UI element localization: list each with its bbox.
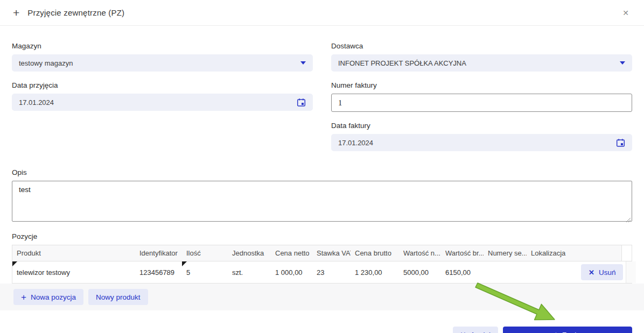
calendar-icon[interactable] [297,98,306,107]
dialog-header: + Przyjęcie zewnętrzne (PZ) ✕ [0,0,644,26]
data-faktury-input[interactable]: 17.01.2024 [331,134,632,151]
numer-faktury-label: Numer faktury [331,81,632,89]
save-label: Zapisz [562,331,584,333]
col-header-ilosc[interactable]: Ilość [182,245,228,261]
data-przyjecia-label: Data przyjęcia [12,81,313,89]
magazyn-field-group: Magazyn testowy magazyn [12,42,313,72]
check-icon: ✓ [551,331,557,333]
new-product-button[interactable]: Nowy produkt [88,289,148,305]
col-header-identyfikator[interactable]: Identyfikator [135,245,182,261]
col-header-cena-netto[interactable]: Cena netto [271,245,312,261]
form-right-column: Dostawca INFONET PROJEKT SPÓŁKA AKCYJNA … [331,42,632,161]
opis-field-group: Opis test [0,161,644,224]
cell-cena-brutto[interactable]: 1 230,00 [351,261,399,283]
pozycje-grid: Produkt Identyfikator Ilość Jednostka Ce… [12,245,632,284]
dialog-footer: ✕ Anuluj ✓ Zapisz [0,327,644,333]
col-header-numery-seryjne[interactable]: Numery se... [484,245,527,261]
data-faktury-value: 17.01.2024 [338,139,373,147]
cell-produkt[interactable]: telewizor testowy [12,261,135,283]
cell-numery-seryjne[interactable] [484,261,527,283]
magazyn-select[interactable]: testowy magazyn [12,54,313,72]
cell-ilosc[interactable]: 5 [182,261,228,283]
cell-edited-marker-icon [182,261,187,266]
close-icon[interactable]: ✕ [620,6,631,19]
delete-row-label: Usuń [599,268,616,277]
add-row-button[interactable]: + Nowa pozycja [13,289,83,305]
cell-identyfikator[interactable]: 123456789 [135,261,182,283]
magazyn-value: testowy magazyn [19,59,73,67]
scrollbar-gutter [621,245,632,261]
numer-faktury-field-group: Numer faktury [331,81,632,112]
plus-icon: + [21,293,26,302]
table-row: telewizor testowy 123456789 5 szt. 1 000… [12,261,632,283]
new-product-label: Nowy produkt [96,293,141,301]
form: Magazyn testowy magazyn Data przyjęcia 1… [0,26,644,161]
numer-faktury-input[interactable] [331,94,632,112]
plus-icon: + [13,7,19,18]
data-faktury-field-group: Data faktury 17.01.2024 [331,122,632,151]
opis-label: Opis [12,168,632,176]
cell-actions: ✕ Usuń [577,261,626,283]
data-przyjecia-field-group: Data przyjęcia 17.01.2024 [12,81,313,111]
form-left-column: Magazyn testowy magazyn Data przyjęcia 1… [12,42,313,161]
add-row-label: Nowa pozycja [31,293,76,301]
dialog-title: Przyjęcie zewnętrzne (PZ) [27,8,124,17]
cell-edited-marker-icon [12,261,17,266]
delete-row-button[interactable]: ✕ Usuń [581,264,623,280]
x-icon: ✕ [460,331,466,333]
cancel-button[interactable]: ✕ Anuluj [453,327,498,333]
col-header-wartosc-brutto[interactable]: Wartość br... [441,245,484,261]
cell-lokalizacja[interactable] [527,261,577,283]
col-header-produkt[interactable]: Produkt [12,245,135,261]
col-header-jednostka[interactable]: Jednostka [228,245,271,261]
col-header-stawka-vat[interactable]: Stawka VAT [312,245,351,261]
scrollbar-gutter [626,261,636,283]
pozycje-grid-header: Produkt Identyfikator Ilość Jednostka Ce… [12,245,632,261]
cell-jednostka[interactable]: szt. [228,261,271,283]
dostawca-field-group: Dostawca INFONET PROJEKT SPÓŁKA AKCYJNA [331,42,632,72]
col-header-lokalizacja[interactable]: Lokalizacja [527,245,577,261]
calendar-icon[interactable] [616,138,625,147]
cancel-label: Anuluj [470,331,491,333]
data-faktury-label: Data faktury [331,122,632,130]
cell-stawka-vat[interactable]: 23 [312,261,351,283]
pozycje-toolbar: + Nowa pozycja Nowy produkt [0,284,644,310]
x-icon: ✕ [589,269,594,276]
col-header-wartosc-netto[interactable]: Wartość n... [399,245,441,261]
save-button[interactable]: ✓ Zapisz [503,327,632,333]
dostawca-value: INFONET PROJEKT SPÓŁKA AKCYJNA [338,59,466,67]
dostawca-label: Dostawca [331,42,632,50]
chevron-down-icon [620,61,625,65]
data-przyjecia-input[interactable]: 17.01.2024 [12,94,313,111]
data-przyjecia-value: 17.01.2024 [19,98,54,107]
opis-textarea[interactable]: test [12,181,632,222]
cell-wartosc-netto[interactable]: 5000,00 [399,261,441,283]
col-header-cena-brutto[interactable]: Cena brutto [351,245,399,261]
magazyn-label: Magazyn [12,42,313,50]
cell-wartosc-brutto[interactable]: 6150,00 [441,261,484,283]
col-header-actions [577,245,621,261]
cell-cena-netto[interactable]: 1 000,00 [271,261,312,283]
chevron-down-icon [300,61,306,65]
pozycje-label: Pozycje [0,224,644,245]
dostawca-select[interactable]: INFONET PROJEKT SPÓŁKA AKCYJNA [331,54,632,72]
opis-textarea-wrap: test [12,181,632,224]
